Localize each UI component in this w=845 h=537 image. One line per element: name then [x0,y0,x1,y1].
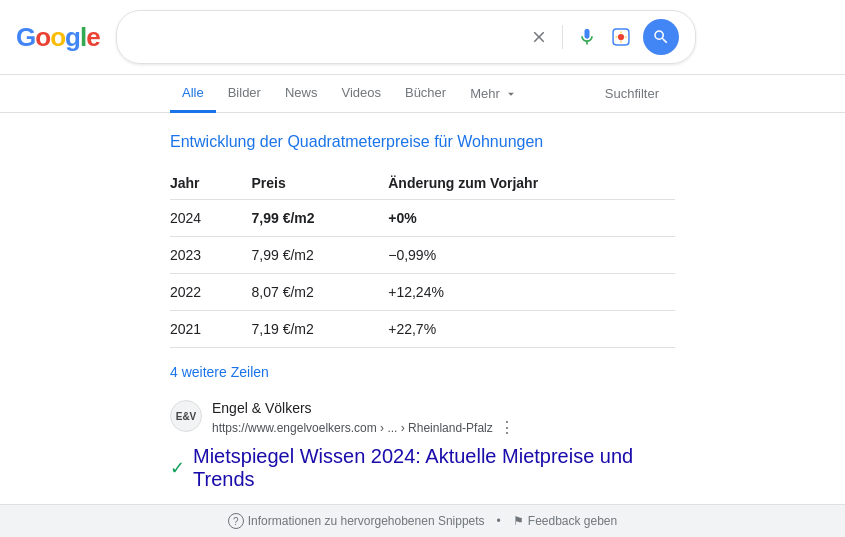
cell-price: 7,99 €/m2 [252,237,389,274]
feedback-link[interactable]: ⚑ Feedback geben [513,514,617,517]
source-options-button[interactable]: ⋮ [499,418,515,437]
cell-change: +12,24% [388,274,675,311]
header: Google mietspiegel deutschland 2024 [0,0,845,75]
nav-tabs: Alle Bilder News Videos Bücher Mehr Such… [0,75,845,113]
lens-search-button[interactable] [609,25,633,49]
tab-bilder[interactable]: Bilder [216,75,273,113]
clear-button[interactable] [528,26,550,48]
footer-separator: • [497,514,501,517]
source-section: E&V Engel & Völkers https://www.engelvoe… [170,400,675,437]
cell-year: 2023 [170,237,252,274]
more-tabs-button[interactable]: Mehr [458,76,530,111]
search-bar[interactable]: mietspiegel deutschland 2024 [116,10,696,64]
logo-e: e [86,22,99,53]
feedback-text: Feedback geben [528,514,617,517]
col-header-price: Preis [252,167,389,200]
col-header-year: Jahr [170,167,252,200]
verified-icon: ✓ [170,457,185,479]
col-header-change: Änderung zum Vorjahr [388,167,675,200]
logo-g: G [16,22,35,53]
tab-videos[interactable]: Videos [329,75,393,113]
cell-price: 8,07 €/m2 [252,274,389,311]
search-submit-button[interactable] [643,19,679,55]
table-row: 20237,99 €/m2−0,99% [170,237,675,274]
help-icon: ? [228,513,244,517]
feedback-icon: ⚑ [513,514,524,517]
cell-year: 2021 [170,311,252,348]
snippet-info-text: Informationen zu hervorgehobenen Snippet… [248,514,485,517]
svg-point-1 [617,34,623,40]
cell-year: 2022 [170,274,252,311]
cell-year: 2024 [170,200,252,237]
cell-price: 7,19 €/m2 [252,311,389,348]
cell-change: −0,99% [388,237,675,274]
section-title: Entwicklung der Quadratmeterpreise für W… [170,133,675,151]
tab-alle[interactable]: Alle [170,75,216,113]
snippet-info-link[interactable]: ? Informationen zu hervorgehobenen Snipp… [228,513,485,517]
logo-o2: o [50,22,65,53]
more-label: Mehr [470,86,500,101]
source-info: Engel & Völkers https://www.engelvoelker… [212,400,515,437]
search-input[interactable]: mietspiegel deutschland 2024 [133,28,518,46]
google-logo: Google [16,22,100,53]
tab-news[interactable]: News [273,75,330,113]
tab-buecher[interactable]: Bücher [393,75,458,113]
search-filter-button[interactable]: Suchfilter [589,76,675,111]
logo-o1: o [35,22,50,53]
source-url: https://www.engelvoelkers.com › ... › Rh… [212,421,493,435]
divider [562,25,563,49]
source-logo: E&V [170,400,202,432]
main-content: Entwicklung der Quadratmeterpreise für W… [0,113,845,517]
table-row: 20228,07 €/m2+12,24% [170,274,675,311]
more-rows-link[interactable]: 4 weitere Zeilen [170,364,269,380]
result-title-row: ✓ Mietspiegel Wissen 2024: Aktuelle Miet… [170,445,675,491]
table-row: 20247,99 €/m2+0% [170,200,675,237]
cell-change: +22,7% [388,311,675,348]
footer-bar: ? Informationen zu hervorgehobenen Snipp… [0,504,845,517]
source-url-row: https://www.engelvoelkers.com › ... › Rh… [212,418,515,437]
voice-search-button[interactable] [575,25,599,49]
data-table: Jahr Preis Änderung zum Vorjahr 20247,99… [170,167,675,348]
cell-price: 7,99 €/m2 [252,200,389,237]
source-name: Engel & Völkers [212,400,515,416]
logo-g2: g [65,22,80,53]
search-icons [528,19,679,55]
table-row: 20217,19 €/m2+22,7% [170,311,675,348]
table-section: Entwicklung der Quadratmeterpreise für W… [170,133,675,400]
result-title-link[interactable]: Mietspiegel Wissen 2024: Aktuelle Mietpr… [193,445,675,491]
cell-change: +0% [388,200,675,237]
